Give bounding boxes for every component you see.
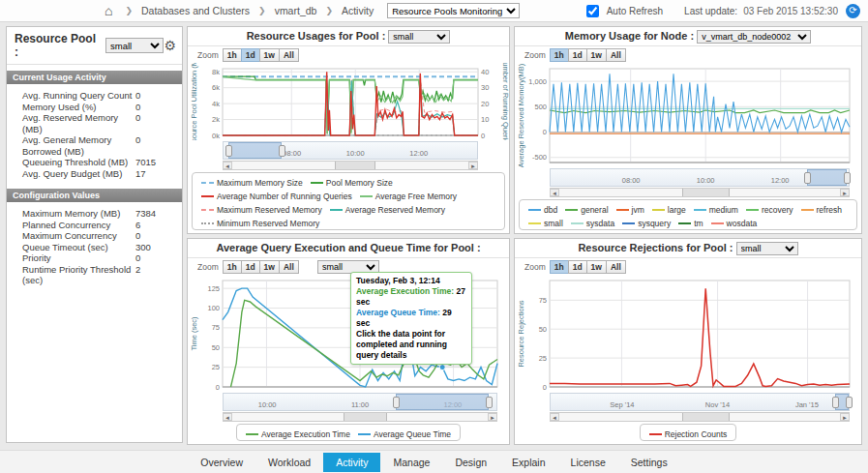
legend-item[interactable]: refresh bbox=[801, 205, 842, 215]
legend-marker-icon bbox=[571, 222, 584, 224]
legend-item[interactable]: tm bbox=[678, 219, 703, 228]
zoom-button-1w[interactable]: 1w bbox=[259, 260, 280, 274]
navigator-handle[interactable] bbox=[279, 145, 285, 157]
zoom-button-1d[interactable]: 1d bbox=[241, 260, 260, 274]
zoom-button-1h[interactable]: 1h bbox=[223, 260, 242, 274]
zoom-button-all[interactable]: All bbox=[279, 260, 299, 274]
legend-item[interactable]: Maximum Reserved Memory bbox=[201, 205, 322, 215]
scrollbar-thumb[interactable] bbox=[335, 162, 375, 169]
legend-item[interactable]: sysdata bbox=[571, 219, 614, 228]
gear-icon[interactable]: ⚙ bbox=[164, 38, 176, 53]
zoom-button-1h[interactable]: 1h bbox=[223, 48, 242, 62]
legend-item[interactable]: Minimum Reserved Memory bbox=[201, 219, 319, 228]
tab-manage[interactable]: Manage bbox=[380, 453, 442, 472]
scroll-left-icon[interactable]: ◄ bbox=[223, 162, 232, 169]
legend-item[interactable]: Maximum Memory Size bbox=[201, 178, 303, 188]
legend-item[interactable]: Average Number of Running Queries bbox=[201, 192, 352, 201]
zoom-button-1d[interactable]: 1d bbox=[568, 48, 587, 62]
resource-pool-select[interactable]: small bbox=[105, 38, 164, 53]
legend-item[interactable]: Pool Memory Size bbox=[311, 178, 393, 188]
scroll-right-icon[interactable]: ► bbox=[488, 413, 497, 421]
rejections-chart[interactable]: 0255075Resource Rejections bbox=[515, 275, 861, 392]
tab-activity[interactable]: Activity bbox=[323, 453, 380, 472]
navigator-handle[interactable] bbox=[486, 397, 493, 408]
scroll-right-icon[interactable]: ► bbox=[840, 189, 850, 196]
refresh-icon[interactable]: ⟳ bbox=[846, 4, 860, 18]
navigator[interactable]: 08:0010:0012:00 bbox=[223, 141, 478, 160]
navigator-handle[interactable] bbox=[846, 397, 853, 408]
navigator-handle[interactable] bbox=[844, 172, 851, 184]
navigator-scrollbar[interactable]: ◄ ► bbox=[550, 412, 850, 422]
zoom-button-1w[interactable]: 1w bbox=[259, 48, 280, 62]
resource-usages-chart[interactable]: 0k2k4k6k8k010203040Resource Pool Utiliza… bbox=[188, 63, 509, 140]
tab-explain[interactable]: Explain bbox=[499, 453, 557, 472]
resource-pool-panel: Resource Pool : small ⚙ Current Usage Ac… bbox=[6, 26, 183, 443]
zoom-button-all[interactable]: All bbox=[279, 48, 299, 62]
navigator-selection[interactable] bbox=[396, 394, 489, 410]
legend-item[interactable]: Average Execution Time bbox=[246, 429, 350, 439]
zoom-button-1h[interactable]: 1h bbox=[550, 260, 569, 274]
legend-item[interactable]: recovery bbox=[746, 205, 793, 215]
zoom-button-1w[interactable]: 1w bbox=[586, 260, 607, 274]
scrollbar-thumb[interactable] bbox=[682, 413, 730, 421]
tab-workload[interactable]: Workload bbox=[255, 453, 323, 472]
navigator-scrollbar[interactable]: ◄ ► bbox=[223, 412, 497, 422]
svg-text:Average Reserved Memory(MB): Average Reserved Memory(MB) bbox=[517, 63, 525, 167]
legend-item[interactable]: wosdata bbox=[711, 219, 758, 228]
legend-item[interactable]: Average Reserved Memory bbox=[330, 205, 445, 215]
scrollbar-thumb[interactable] bbox=[682, 189, 730, 196]
breadcrumb-databases[interactable]: Databases and Clusters bbox=[141, 5, 250, 16]
legend-item[interactable]: small bbox=[528, 219, 563, 228]
zoom-button-all[interactable]: All bbox=[606, 260, 626, 274]
navigator-selection[interactable] bbox=[807, 169, 848, 186]
legend-item[interactable]: Rejection Counts bbox=[649, 429, 728, 439]
auto-refresh-checkbox[interactable] bbox=[586, 5, 599, 17]
legend-item[interactable]: Average Queue Time bbox=[358, 429, 451, 439]
tab-overview[interactable]: Overview bbox=[188, 453, 255, 472]
legend-item[interactable]: medium bbox=[694, 205, 738, 215]
scroll-right-icon[interactable]: ► bbox=[468, 162, 478, 169]
legend-item[interactable]: dbd bbox=[528, 205, 557, 215]
scroll-left-icon[interactable]: ◄ bbox=[550, 413, 559, 421]
legend-item[interactable]: Average Free Memory bbox=[360, 192, 457, 201]
navigator-handle[interactable] bbox=[804, 172, 811, 184]
home-icon[interactable]: ⌂ bbox=[105, 3, 112, 18]
navigator-scrollbar[interactable]: ◄ ► bbox=[223, 161, 478, 170]
rejections-pool-select[interactable]: small bbox=[736, 242, 798, 255]
navigator[interactable]: 10:0011:0012:00 bbox=[223, 393, 497, 411]
monitoring-view-select[interactable]: Resource Pools Monitoring bbox=[387, 3, 520, 18]
legend-marker-icon bbox=[246, 433, 258, 435]
tab-settings[interactable]: Settings bbox=[618, 453, 680, 472]
zoom-button-1d[interactable]: 1d bbox=[241, 48, 260, 62]
zoom-button-1d[interactable]: 1d bbox=[568, 260, 587, 274]
scrollbar-thumb[interactable] bbox=[344, 413, 387, 421]
memory-usage-chart[interactable]: -50005001,000Average Reserved Memory(MB) bbox=[515, 63, 861, 167]
navigator-scrollbar[interactable]: ◄ ► bbox=[550, 188, 850, 197]
navigator-handle[interactable] bbox=[225, 145, 232, 157]
legend-item[interactable]: jvm bbox=[616, 205, 644, 215]
tab-design[interactable]: Design bbox=[442, 453, 499, 472]
navigator-handle[interactable] bbox=[832, 397, 839, 408]
navigator-handle[interactable] bbox=[393, 397, 400, 408]
breadcrumb-database[interactable]: vmart_db bbox=[275, 5, 317, 16]
zoom-button-1h[interactable]: 1h bbox=[550, 48, 569, 62]
breadcrumb-activity[interactable]: Activity bbox=[342, 5, 374, 16]
navigator-selection[interactable] bbox=[228, 142, 282, 159]
legend-item[interactable]: general bbox=[565, 205, 608, 215]
scroll-left-icon[interactable]: ◄ bbox=[550, 189, 559, 196]
zoom-button-1w[interactable]: 1w bbox=[586, 48, 607, 62]
navigator[interactable]: 08:0010:0012:00 bbox=[550, 168, 850, 187]
node-select[interactable]: v_vmart_db_node0002 bbox=[697, 30, 811, 44]
legend-item[interactable]: large bbox=[652, 205, 686, 215]
zoom-button-all[interactable]: All bbox=[606, 48, 626, 62]
legend-item[interactable]: sysquery bbox=[622, 219, 671, 228]
stat-value: 0 bbox=[135, 90, 174, 102]
svg-text:10: 10 bbox=[481, 115, 489, 124]
scroll-left-icon[interactable]: ◄ bbox=[223, 413, 232, 421]
scroll-right-icon[interactable]: ► bbox=[840, 413, 850, 421]
legend-label: Rejection Counts bbox=[665, 429, 728, 439]
top-navigation-bar: ⌂ ❯ Databases and Clusters ❯ vmart_db ❯ … bbox=[0, 0, 868, 22]
usages-pool-select[interactable]: small bbox=[388, 30, 450, 44]
tab-license[interactable]: License bbox=[558, 453, 618, 472]
navigator[interactable]: Sep '14Nov '14Jan '15 bbox=[550, 393, 850, 411]
